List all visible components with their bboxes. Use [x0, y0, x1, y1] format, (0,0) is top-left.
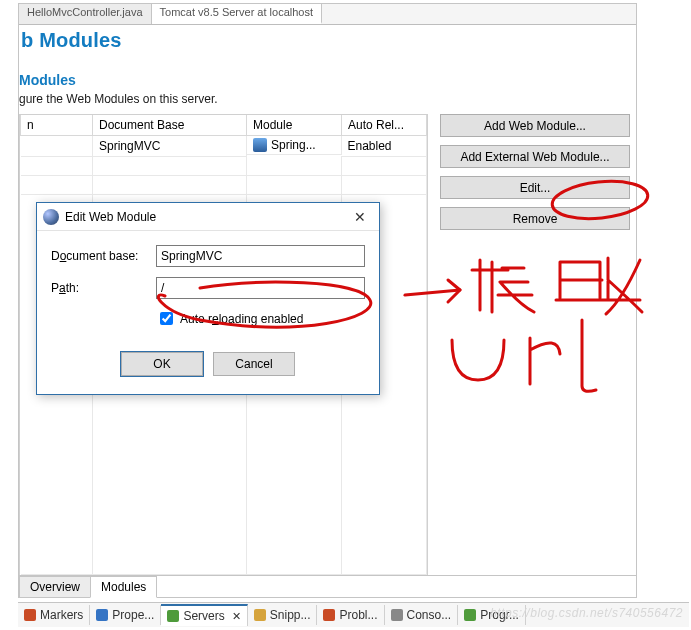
- dialog-titlebar[interactable]: Edit Web Module ✕: [37, 203, 379, 231]
- page-tabs: Overview Modules: [19, 575, 636, 597]
- cell-docbase: SpringMVC: [93, 136, 247, 157]
- view-servers[interactable]: Servers ✕: [161, 604, 247, 626]
- module-icon: [253, 138, 267, 152]
- cell-module: Spring...: [247, 136, 342, 155]
- watermark: https://blog.csdn.net/s740556472: [490, 606, 683, 620]
- path-label: Path:: [51, 281, 156, 295]
- cell-path: [21, 136, 93, 157]
- markers-icon: [24, 609, 36, 621]
- snippets-icon: [254, 609, 266, 621]
- close-icon[interactable]: ✕: [347, 207, 373, 227]
- page-title: b Modules: [21, 29, 636, 52]
- tab-modules[interactable]: Modules: [90, 576, 157, 598]
- module-buttons: Add Web Module... Add External Web Modul…: [440, 114, 630, 230]
- col-module[interactable]: Module: [247, 115, 342, 136]
- progress-icon: [464, 609, 476, 621]
- cancel-button[interactable]: Cancel: [213, 352, 295, 376]
- view-console[interactable]: Conso...: [385, 605, 459, 625]
- cell-autoreload: Enabled: [342, 136, 427, 157]
- col-autoreload[interactable]: Auto Rel...: [342, 115, 427, 136]
- editor-tabs: HelloMvcController.java Tomcat v8.5 Serv…: [19, 4, 636, 25]
- col-path[interactable]: n: [21, 115, 93, 136]
- table-header-row: n Document Base Module Auto Rel...: [21, 115, 427, 136]
- tab-overview[interactable]: Overview: [19, 576, 91, 597]
- add-external-web-module-button[interactable]: Add External Web Module...: [440, 145, 630, 168]
- auto-reload-checkbox[interactable]: [160, 312, 173, 325]
- properties-icon: [96, 609, 108, 621]
- dialog-title: Edit Web Module: [65, 210, 347, 224]
- editor-tab-server[interactable]: Tomcat v8.5 Server at localhost: [152, 4, 322, 24]
- view-problems[interactable]: Probl...: [317, 605, 384, 625]
- path-input[interactable]: [156, 277, 365, 299]
- table-row[interactable]: SpringMVC Spring... Enabled: [21, 136, 427, 157]
- table-row[interactable]: [21, 176, 427, 195]
- document-base-label: Document base:: [51, 249, 156, 263]
- view-markers[interactable]: Markers: [18, 605, 90, 625]
- table-row[interactable]: [21, 157, 427, 176]
- problems-icon: [323, 609, 335, 621]
- col-docbase[interactable]: Document Base: [93, 115, 247, 136]
- section-title: Modules: [19, 72, 636, 88]
- view-snippets[interactable]: Snipp...: [248, 605, 318, 625]
- eclipse-icon: [43, 209, 59, 225]
- edit-button[interactable]: Edit...: [440, 176, 630, 199]
- auto-reload-label: Auto reloading enabled: [180, 312, 303, 326]
- add-web-module-button[interactable]: Add Web Module...: [440, 114, 630, 137]
- servers-icon: [167, 610, 179, 622]
- ok-button[interactable]: OK: [121, 352, 203, 376]
- remove-button[interactable]: Remove: [440, 207, 630, 230]
- view-properties[interactable]: Prope...: [90, 605, 161, 625]
- section-description: gure the Web Modules on this server.: [19, 92, 636, 106]
- edit-web-module-dialog: Edit Web Module ✕ Document base: Path: A…: [36, 202, 380, 395]
- document-base-input[interactable]: [156, 245, 365, 267]
- console-icon: [391, 609, 403, 621]
- editor-tab-java[interactable]: HelloMvcController.java: [19, 4, 152, 24]
